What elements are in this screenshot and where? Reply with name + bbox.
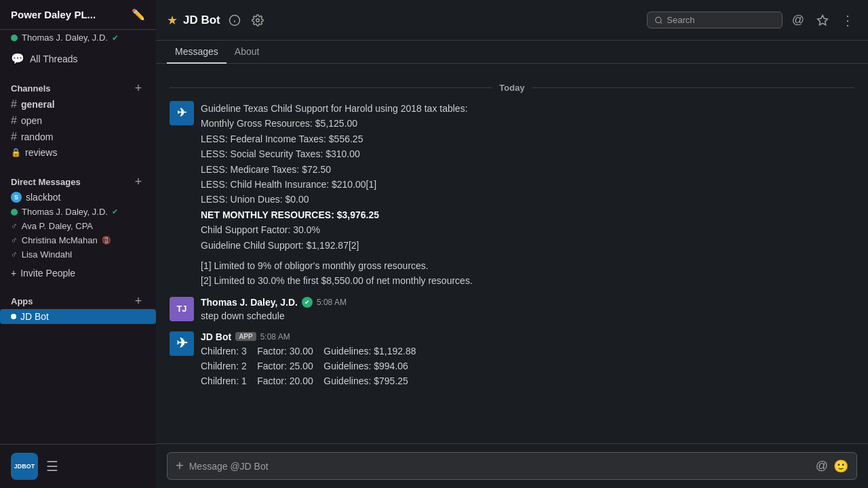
dm-name-christina: Christina McMahan	[22, 235, 98, 245]
date-label: Today	[499, 83, 524, 93]
jdbot-bottom-avatar[interactable]: JDBOT	[11, 453, 38, 480]
main-content: ★ JD Bot @ ⋮ Messag	[156, 0, 868, 488]
bot2-line-1: Children: 3 Factor: 30.00 Guidelines: $1…	[201, 344, 854, 359]
dm-christina[interactable]: ♂ Christina McMahan 📵	[0, 233, 156, 247]
workspace-header[interactable]: Power Daley PL... ✏️	[0, 0, 156, 30]
user-status-row[interactable]: Thomas J. Daley, J.D. ✔	[0, 30, 156, 48]
channel-general[interactable]: # general	[0, 96, 156, 113]
more-button[interactable]: ⋮	[838, 9, 857, 31]
channel-name-random: random	[21, 131, 53, 142]
message-input[interactable]	[189, 461, 810, 472]
bot-message-group-1: ✈ Guideline Texas Child Support for Haro…	[170, 101, 854, 289]
info-button[interactable]	[226, 12, 243, 29]
settings-button[interactable]	[249, 12, 267, 29]
app-jd-bot[interactable]: JD Bot	[0, 309, 156, 324]
svg-point-4	[655, 17, 660, 22]
divider-line-right	[532, 87, 854, 88]
search-bar[interactable]	[647, 12, 783, 28]
bot-line-title: Guideline Texas Child Support for Harold…	[201, 101, 854, 116]
dm-slackbot[interactable]: S slackbot	[0, 190, 156, 205]
user-message-time: 5:08 AM	[317, 298, 347, 307]
all-threads-label: All Threads	[30, 54, 78, 64]
channel-random[interactable]: # random	[0, 129, 156, 145]
messages-area[interactable]: Today ✈ Guideline Texas Child Support fo…	[156, 64, 868, 443]
channels-label: Channels	[11, 83, 51, 94]
dot-icon	[11, 314, 16, 319]
tab-about[interactable]: About	[226, 41, 268, 64]
verified-check: ✔	[112, 33, 119, 43]
channel-name-header: JD Bot	[183, 14, 220, 27]
header-actions	[226, 12, 267, 29]
tab-about-label: About	[235, 46, 260, 57]
bot-line-5: LESS: Child Health Insurance: $210.00[1]	[201, 177, 854, 192]
bot-line-9: Guideline Child Support: $1,192.87[2]	[201, 238, 854, 253]
invite-label: Invite People	[20, 268, 75, 279]
tab-messages-label: Messages	[175, 46, 218, 57]
bot-line-fn2: [2] Limited to 30.0% the first $8,550.00…	[201, 273, 854, 288]
online-status-dot	[11, 35, 18, 41]
bot-line-1: Monthly Gross Resources: $5,125.00	[201, 116, 854, 131]
all-threads-item[interactable]: 💬 All Threads	[0, 48, 156, 69]
bot-line-fn1: [1] Limited to 9% of obligor's monthly g…	[201, 258, 854, 273]
channel-open[interactable]: # open	[0, 113, 156, 129]
bot-message-1-content: Guideline Texas Child Support for Harold…	[201, 101, 854, 289]
tab-messages[interactable]: Messages	[167, 41, 226, 64]
dm-gender-icon-christina: ♂	[11, 235, 18, 245]
user-avatar: TJ	[170, 297, 194, 321]
svg-point-3	[256, 18, 260, 22]
channel-name-reviews: reviews	[25, 147, 57, 158]
spacer	[201, 253, 854, 258]
sidebar: Power Daley PL... ✏️ Thomas J. Daley, J.…	[0, 0, 156, 488]
add-dm-button[interactable]: +	[132, 175, 145, 188]
svg-line-5	[660, 22, 661, 23]
verified-badge: ✔	[112, 207, 118, 216]
emoji-button[interactable]: 🙂	[833, 459, 848, 474]
channel-reviews[interactable]: 🔒 reviews	[0, 145, 156, 160]
edit-icon[interactable]: ✏️	[132, 8, 145, 21]
apps-section-header[interactable]: Apps +	[0, 293, 156, 309]
dm-name-ava: Ava P. Daley, CPA	[22, 221, 93, 231]
apps-label: Apps	[11, 296, 33, 306]
invite-people-item[interactable]: + Invite People	[0, 264, 156, 282]
channel-header: ★ JD Bot @ ⋮	[156, 0, 868, 41]
add-attachment-button[interactable]: +	[176, 458, 184, 474]
menu-icon[interactable]: ☰	[46, 458, 58, 474]
svg-text:✈: ✈	[176, 336, 188, 350]
plus-icon: +	[11, 268, 16, 279]
bot-message-group-2: ✈ JD Bot APP 5:08 AM Children: 3 Factor:…	[170, 331, 854, 389]
add-channel-button[interactable]: +	[132, 81, 145, 95]
dm-ava[interactable]: ♂ Ava P. Daley, CPA	[0, 219, 156, 233]
hash-icon: #	[11, 98, 17, 110]
dm-thomas[interactable]: Thomas J. Daley, J.D. ✔	[0, 205, 156, 219]
dm-lisa[interactable]: ♂ Lisa Windahl	[0, 247, 156, 262]
add-app-button[interactable]: +	[132, 294, 145, 308]
date-divider: Today	[170, 83, 854, 93]
mention-input-button[interactable]: @	[816, 459, 828, 473]
user-sender-name: Thomas J. Daley, J.D.	[201, 297, 298, 308]
bot2-line-2: Children: 2 Factor: 25.00 Guidelines: $9…	[201, 359, 854, 373]
bot-line-2: LESS: Federal Income Taxes: $556.25	[201, 131, 854, 146]
hash-icon: #	[11, 131, 17, 143]
jdbot-avatar-1: ✈	[170, 101, 194, 125]
dm-name-slackbot: slackbot	[26, 192, 60, 203]
bot-sender-name: JD Bot	[201, 331, 231, 342]
user-message-text: step down schedule	[201, 309, 854, 323]
divider-line-left	[170, 87, 492, 88]
star-icon[interactable]: ★	[167, 13, 178, 28]
star-button[interactable]	[814, 12, 831, 29]
sidebar-bottom: JDBOT ☰	[0, 444, 156, 488]
dm-gender-icon-lisa: ♂	[11, 249, 18, 260]
away-icon: 📵	[102, 236, 111, 245]
search-input[interactable]	[667, 15, 774, 25]
dms-label: Direct Messages	[11, 177, 81, 187]
mention-button[interactable]: @	[789, 10, 807, 30]
jdbot-avatar-label: JDBOT	[14, 463, 35, 470]
dms-section-header[interactable]: Direct Messages +	[0, 174, 156, 190]
current-user-name: Thomas J. Daley, J.D.	[22, 33, 108, 43]
channels-section-header[interactable]: Channels +	[0, 80, 156, 96]
bot-message-2-time: 5:08 AM	[260, 332, 290, 342]
slackbot-avatar: S	[11, 192, 22, 203]
user-message-content: Thomas J. Daley, J.D. ✔ 5:08 AM step dow…	[201, 297, 854, 323]
user-message-group: TJ Thomas J. Daley, J.D. ✔ 5:08 AM step …	[170, 297, 854, 323]
threads-icon: 💬	[11, 52, 24, 65]
